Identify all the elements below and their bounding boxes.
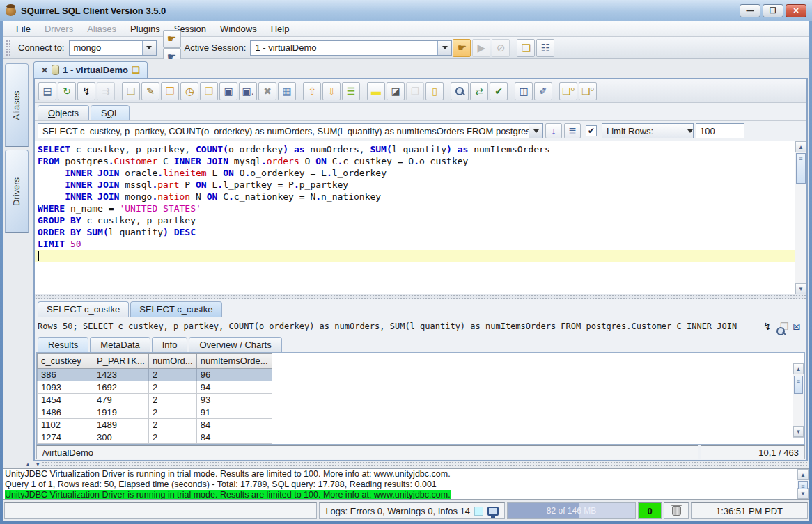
restore-button[interactable]: ❐ (763, 4, 783, 17)
result-tab-1[interactable]: SELECT c_custke (38, 301, 129, 317)
save-sql-script-as-button[interactable]: ▣. (239, 82, 257, 100)
minimize-button[interactable]: — (740, 4, 760, 17)
append-history-button[interactable]: ↓ (545, 123, 562, 138)
bookmarks-button[interactable]: ◫ (515, 82, 533, 100)
sql-history-arrow[interactable] (529, 124, 542, 138)
goto-object-button[interactable]: ◪ (387, 82, 405, 100)
table-row[interactable]: 11021489284 (38, 419, 272, 431)
menu-plugins[interactable]: Plugins (124, 22, 166, 35)
column-header[interactable]: numItemsOrde... (196, 354, 272, 369)
table-cell[interactable]: 1423 (93, 369, 149, 381)
tab-results[interactable]: Results (38, 337, 88, 352)
table-row[interactable]: 14861919291 (38, 406, 272, 419)
close-result-icon[interactable]: ⊠ (793, 321, 801, 332)
splitter-collapse-icons[interactable]: ▲ ▼ (3, 461, 42, 468)
new-sql-worksheet-button[interactable]: ❏ (517, 39, 535, 57)
menu-file[interactable]: File (10, 22, 37, 35)
table-cell[interactable]: 386 (38, 369, 93, 381)
tab-info[interactable]: Info (152, 337, 188, 352)
table-cell[interactable]: 96 (196, 369, 272, 381)
session-tab-paper-icon[interactable]: ❏ (132, 65, 140, 75)
logs-status[interactable]: Logs: Errors 0, Warnings 0, Infos 14 (319, 502, 505, 519)
limit-rows-input[interactable]: 100 (696, 123, 744, 138)
table-cell[interactable]: 1486 (38, 406, 93, 419)
table-cell[interactable]: 479 (93, 394, 149, 406)
table-cell[interactable]: 1102 (38, 419, 93, 431)
scroll-down-icon[interactable]: ▼ (795, 283, 806, 294)
tab-objects[interactable]: Objects (38, 105, 89, 120)
sql-editor-scrollbar[interactable]: ▲ ▼ (795, 141, 806, 294)
new-sql-script-button[interactable]: ❏ (122, 82, 140, 100)
table-cell[interactable]: 1692 (93, 381, 149, 394)
edit-bookmarks-button[interactable]: ✐ (534, 82, 552, 100)
table-cell[interactable]: 2 (148, 431, 196, 444)
table-cell[interactable]: 1919 (93, 406, 149, 419)
edit-sql-script-button[interactable]: ✎ (141, 82, 159, 100)
sql-history-combobox[interactable]: SELECT c_custkey, p_partkey, COUNT(o_ord… (38, 123, 543, 138)
table-cell[interactable]: 2 (148, 381, 196, 394)
table-cell[interactable]: 84 (196, 419, 272, 431)
table-cell[interactable]: 94 (196, 381, 272, 394)
tab-overview-charts[interactable]: Overview / Charts (189, 337, 281, 352)
table-row[interactable]: 10931692294 (38, 381, 272, 394)
limit-rows-arrow[interactable] (687, 129, 693, 133)
print-sql-button[interactable]: ▦ (278, 82, 296, 100)
refresh-object-tree-button[interactable]: ↻ (58, 82, 76, 100)
table-cell[interactable]: 2 (148, 419, 196, 431)
connect-alias-button[interactable]: ☛ (163, 30, 181, 48)
table-cell[interactable]: 1489 (93, 419, 149, 431)
table-cell[interactable]: 300 (93, 431, 149, 444)
limit-rows-combobox[interactable]: Limit Rows: (602, 123, 694, 138)
table-cell[interactable]: 2 (148, 369, 196, 381)
select-sql-button[interactable]: ☰ (342, 82, 360, 100)
new-object-tree-button[interactable]: ☷ (536, 39, 554, 57)
session-combobox[interactable]: 1 - virtualDemo (250, 40, 452, 56)
rerun-sql-icon[interactable]: ↯ (763, 321, 772, 332)
find-in-sql-button[interactable] (451, 82, 469, 100)
table-cell[interactable]: 1093 (38, 381, 93, 394)
session-tab-close-icon[interactable]: ✕ (41, 65, 48, 75)
show-history-list-button[interactable]: ≣ (564, 123, 581, 138)
log-splitter[interactable]: ▲ ▼ (3, 461, 809, 467)
validate-sql-button[interactable]: ✔ (490, 82, 508, 100)
results-table[interactable]: c_custkeyP_PARTK...numOrd...numItemsOrde… (37, 353, 272, 444)
table-cell[interactable]: 2 (148, 394, 196, 406)
table-row[interactable]: 3861423296 (38, 369, 272, 381)
close-sql-script-button[interactable]: ✖ (258, 82, 276, 100)
table-cell[interactable]: 2 (148, 406, 196, 419)
tab-metadata[interactable]: MetaData (90, 337, 150, 352)
table-cell[interactable]: 1454 (38, 394, 93, 406)
column-header[interactable]: numOrd... (148, 354, 196, 369)
sync-session-button[interactable]: ☛ (453, 39, 471, 57)
page-down-0-button[interactable]: ❏⁰ (579, 82, 597, 100)
column-header[interactable]: c_custkey (38, 354, 93, 369)
result-tab-2[interactable]: SELECT c_custke (130, 301, 221, 317)
log-scrollbar[interactable]: ▲ ▼ (797, 469, 809, 499)
memory-gauge[interactable]: 82 of 146 MB (507, 502, 636, 519)
session-combobox-arrow[interactable] (437, 41, 451, 55)
alias-combobox[interactable]: mongo (69, 40, 157, 56)
current-sql-marker-button[interactable]: ▬ (367, 82, 385, 100)
scroll-down-icon[interactable]: ▼ (793, 426, 804, 437)
session-properties-button[interactable]: ▤ (38, 82, 56, 100)
table-row[interactable]: 1274300284 (38, 431, 272, 444)
sql-results-splitter[interactable] (35, 294, 806, 299)
column-header[interactable]: P_PARTK... (93, 354, 149, 369)
menu-windows[interactable]: Windows (214, 22, 263, 35)
clipboard-sql-button[interactable]: ▯ (425, 82, 444, 100)
table-cell[interactable]: 91 (196, 406, 272, 419)
open-sql-script-button[interactable]: ❒ (161, 82, 179, 100)
tab-sql[interactable]: SQL (91, 105, 130, 120)
table-cell[interactable]: 84 (196, 431, 272, 444)
scroll-up-icon[interactable]: ▲ (793, 363, 804, 374)
next-sql-button[interactable]: ⇩ (322, 82, 341, 100)
menu-help[interactable]: Help (265, 22, 296, 35)
reformat-sql-button[interactable]: ⇄ (470, 82, 488, 100)
previous-sql-button[interactable]: ⇧ (303, 82, 321, 100)
recent-files-button[interactable]: ◷ (180, 82, 198, 100)
close-button[interactable]: ✕ (786, 4, 806, 17)
sidebar-tab-aliases[interactable]: Aliases (5, 63, 29, 147)
table-cell[interactable]: 1274 (38, 431, 93, 444)
run-sql-button[interactable]: ↯ (77, 82, 95, 100)
scroll-up-icon[interactable]: ▲ (795, 141, 806, 152)
